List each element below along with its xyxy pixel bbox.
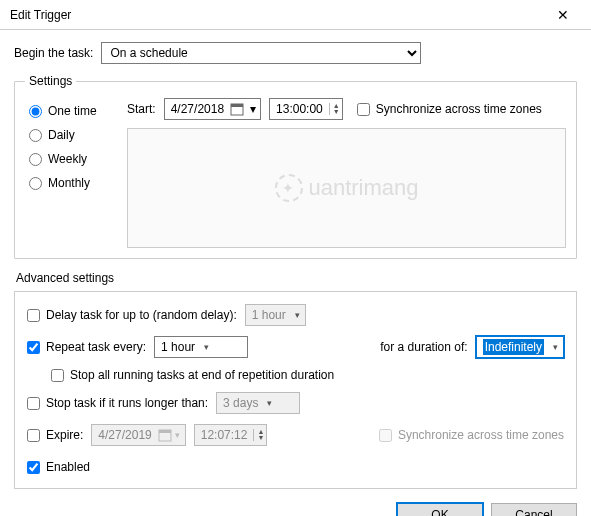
chevron-down-icon: ▾ <box>172 430 183 440</box>
start-time-picker[interactable]: 13:00:00 ▲▼ <box>269 98 343 120</box>
chevron-down-icon: ▾ <box>201 342 212 352</box>
delay-check-input[interactable] <box>27 309 40 322</box>
expire-date-picker: 4/27/2019 ▾ <box>91 424 185 446</box>
radio-weekly[interactable]: Weekly <box>29 152 111 166</box>
expire-row: Expire: 4/27/2019 ▾ 12:07:12 ▲▼ Synchron… <box>27 424 564 446</box>
radio-weekly-label: Weekly <box>48 152 87 166</box>
stop-at-end-check[interactable]: Stop all running tasks at end of repetit… <box>51 368 334 382</box>
radio-monthly-input[interactable] <box>29 177 42 190</box>
repeat-duration-value: Indefinitely <box>483 339 544 355</box>
radio-one-time[interactable]: One time <box>29 104 111 118</box>
chevron-down-icon: ▾ <box>244 102 258 116</box>
window-title: Edit Trigger <box>10 8 543 22</box>
cancel-button[interactable]: Cancel <box>491 503 577 516</box>
expire-sync-label: Synchronize across time zones <box>398 428 564 442</box>
begin-task-label: Begin the task: <box>14 46 93 60</box>
watermark: ✦ uantrimang <box>274 174 418 202</box>
radio-monthly[interactable]: Monthly <box>29 176 111 190</box>
settings-right-panel: Start: 4/27/2018 ▾ 13:00:00 ▲▼ <box>127 98 566 248</box>
delay-check-label: Delay task for up to (random delay): <box>46 308 237 322</box>
begin-task-select[interactable]: On a schedule <box>101 42 421 64</box>
repeat-check-label: Repeat task every: <box>46 340 146 354</box>
svg-rect-3 <box>159 430 171 433</box>
radio-weekly-input[interactable] <box>29 153 42 166</box>
spinner-icon: ▲▼ <box>253 429 264 441</box>
radio-one-time-label: One time <box>48 104 97 118</box>
repeat-duration-select[interactable]: Indefinitely ▾ <box>476 336 564 358</box>
radio-daily-label: Daily <box>48 128 75 142</box>
svg-rect-1 <box>231 104 243 107</box>
expire-check-label: Expire: <box>46 428 83 442</box>
stop-if-longer-label: Stop task if it runs longer than: <box>46 396 208 410</box>
calendar-icon <box>158 428 172 442</box>
start-time-value: 13:00:00 <box>276 102 323 116</box>
settings-group: Settings One time Daily Weekly Monthly <box>14 74 577 259</box>
enabled-check[interactable]: Enabled <box>27 460 90 474</box>
stop-if-longer-select: 3 days ▾ <box>216 392 300 414</box>
radio-daily[interactable]: Daily <box>29 128 111 142</box>
stop-at-end-label: Stop all running tasks at end of repetit… <box>70 368 334 382</box>
delay-value-select: 1 hour ▾ <box>245 304 306 326</box>
bulb-icon: ✦ <box>274 174 302 202</box>
begin-task-row: Begin the task: On a schedule <box>14 42 577 64</box>
chevron-down-icon: ▾ <box>292 310 303 320</box>
repeat-row: Repeat task every: 1 hour ▾ for a durati… <box>27 336 564 358</box>
radio-monthly-label: Monthly <box>48 176 90 190</box>
repeat-check[interactable]: Repeat task every: <box>27 340 146 354</box>
expire-date-value: 4/27/2019 <box>98 428 151 442</box>
stop-if-longer-input[interactable] <box>27 397 40 410</box>
enabled-row: Enabled <box>27 460 564 474</box>
stop-at-end-row: Stop all running tasks at end of repetit… <box>51 368 564 382</box>
delay-row: Delay task for up to (random delay): 1 h… <box>27 304 564 326</box>
radio-one-time-input[interactable] <box>29 105 42 118</box>
stop-if-longer-check[interactable]: Stop task if it runs longer than: <box>27 396 208 410</box>
expire-check-input[interactable] <box>27 429 40 442</box>
expire-sync-check: Synchronize across time zones <box>379 428 564 442</box>
advanced-settings-label: Advanced settings <box>16 271 577 285</box>
ok-button[interactable]: OK <box>397 503 483 516</box>
sync-timezones-input[interactable] <box>357 103 370 116</box>
schedule-radio-group: One time Daily Weekly Monthly <box>25 98 115 248</box>
close-button[interactable]: ✕ <box>543 1 583 29</box>
repeat-check-input[interactable] <box>27 341 40 354</box>
chevron-down-icon: ▾ <box>264 398 275 408</box>
enabled-check-label: Enabled <box>46 460 90 474</box>
stop-at-end-input[interactable] <box>51 369 64 382</box>
calendar-icon <box>230 102 244 116</box>
sync-timezones-label: Synchronize across time zones <box>376 102 542 116</box>
enabled-check-input[interactable] <box>27 461 40 474</box>
expire-time-value: 12:07:12 <box>201 428 248 442</box>
start-row: Start: 4/27/2018 ▾ 13:00:00 ▲▼ <box>127 98 566 128</box>
expire-time-picker: 12:07:12 ▲▼ <box>194 424 268 446</box>
expire-sync-input <box>379 429 392 442</box>
expire-check[interactable]: Expire: <box>27 428 83 442</box>
delay-value: 1 hour <box>252 308 286 322</box>
settings-legend: Settings <box>25 74 76 88</box>
sync-timezones-check[interactable]: Synchronize across time zones <box>357 102 542 116</box>
start-label: Start: <box>127 102 156 116</box>
repeat-interval-select[interactable]: 1 hour ▾ <box>154 336 248 358</box>
dialog-button-row: OK Cancel <box>14 503 577 516</box>
repeat-duration-label: for a duration of: <box>380 340 467 354</box>
chevron-down-icon: ▾ <box>550 342 561 352</box>
stop-if-longer-row: Stop task if it runs longer than: 3 days… <box>27 392 564 414</box>
repeat-interval-value: 1 hour <box>161 340 195 354</box>
schedule-detail-panel: ✦ uantrimang <box>127 128 566 248</box>
start-date-picker[interactable]: 4/27/2018 ▾ <box>164 98 261 120</box>
radio-daily-input[interactable] <box>29 129 42 142</box>
start-date-value: 4/27/2018 <box>171 102 224 116</box>
dialog-content: Begin the task: On a schedule Settings O… <box>0 30 591 516</box>
advanced-settings-group: Delay task for up to (random delay): 1 h… <box>14 291 577 489</box>
spinner-icon: ▲▼ <box>329 103 340 115</box>
delay-check[interactable]: Delay task for up to (random delay): <box>27 308 237 322</box>
stop-if-longer-value: 3 days <box>223 396 258 410</box>
title-bar: Edit Trigger ✕ <box>0 0 591 30</box>
